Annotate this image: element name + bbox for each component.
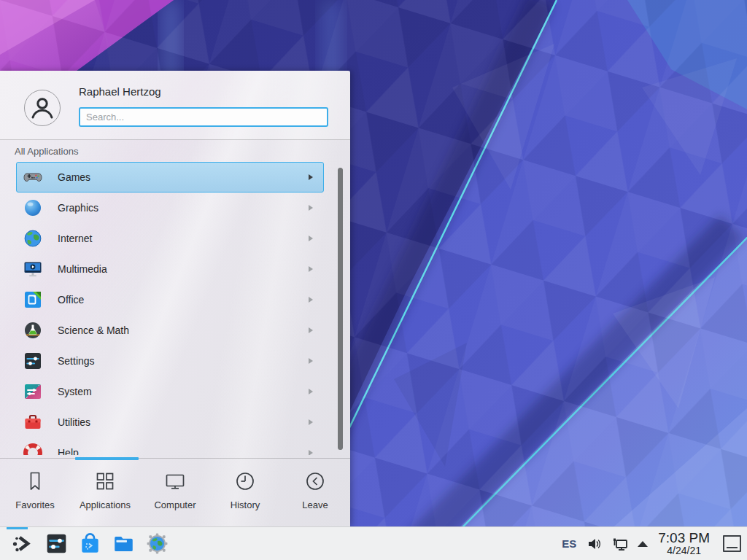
category-games[interactable]: Games	[16, 162, 324, 192]
bookmark-icon	[24, 470, 46, 492]
submenu-arrow-icon	[309, 297, 313, 303]
show-desktop-button[interactable]	[723, 535, 741, 552]
category-label: Office	[58, 294, 84, 306]
category-help[interactable]: Help	[16, 438, 324, 455]
flask-icon	[23, 321, 42, 340]
submenu-arrow-icon	[309, 358, 313, 364]
history-clock-icon	[234, 470, 256, 492]
system-settings-button[interactable]	[45, 533, 67, 555]
web-browser-button[interactable]	[146, 533, 168, 555]
submenu-arrow-icon	[309, 450, 313, 455]
discover-bag-icon	[80, 533, 101, 554]
category-label: Games	[58, 171, 90, 183]
computer-icon	[164, 470, 186, 492]
submenu-arrow-icon	[309, 266, 313, 272]
digital-clock[interactable]: 7:03 PM 4/24/21	[658, 531, 710, 556]
toolbox-icon	[23, 413, 42, 432]
section-label: All Applications	[15, 146, 78, 157]
volume-icon[interactable]	[587, 536, 603, 552]
category-settings[interactable]: Settings	[16, 346, 324, 376]
category-label: Help	[58, 447, 79, 455]
submenu-arrow-icon	[309, 205, 313, 211]
category-label: Utilities	[58, 416, 90, 428]
launcher-header: Raphael Hertzog	[0, 71, 350, 140]
submenu-arrow-icon	[309, 327, 313, 333]
category-label: Multimedia	[58, 263, 107, 275]
category-label: Internet	[58, 233, 92, 244]
submenu-arrow-icon	[309, 419, 313, 425]
kickoff-icon	[12, 533, 34, 555]
tab-computer[interactable]: Computer	[140, 459, 210, 526]
system-tray: ES 7:03 PM 4/24/21	[562, 531, 747, 556]
document-icon	[23, 290, 42, 309]
tab-label: History	[231, 499, 260, 510]
keyboard-layout-indicator[interactable]: ES	[562, 537, 576, 550]
tab-leave[interactable]: Leave	[280, 459, 350, 526]
category-utilities[interactable]: Utilities	[16, 407, 324, 438]
gamepad-icon	[23, 168, 42, 187]
category-list: Games Graphics Internet	[0, 162, 334, 455]
category-label: Graphics	[58, 202, 98, 214]
tab-label: Favorites	[15, 499, 54, 510]
sliders-icon	[23, 351, 42, 370]
category-office[interactable]: Office	[16, 284, 324, 315]
launcher-tabbar: Favorites Applications Computer	[0, 458, 350, 526]
discover-button[interactable]	[79, 533, 101, 555]
category-system[interactable]: System	[16, 376, 324, 407]
tab-label: Applications	[80, 499, 131, 510]
category-science-math[interactable]: Science & Math	[16, 315, 324, 346]
user-name: Raphael Hertzog	[79, 85, 161, 98]
globe-icon	[23, 229, 42, 248]
category-internet[interactable]: Internet	[16, 223, 324, 254]
tab-label: Computer	[154, 499, 196, 510]
tab-favorites[interactable]: Favorites	[0, 459, 70, 526]
submenu-arrow-icon	[309, 236, 313, 241]
submenu-arrow-icon	[309, 174, 313, 180]
user-avatar-icon[interactable]	[24, 90, 61, 126]
lifebuoy-icon	[23, 443, 42, 455]
category-multimedia[interactable]: Multimedia	[16, 254, 324, 284]
application-launcher: Raphael Hertzog All Applications Games	[0, 71, 350, 526]
category-graphics[interactable]: Graphics	[16, 192, 324, 223]
submenu-arrow-icon	[309, 389, 313, 394]
active-task-indicator	[7, 527, 28, 529]
category-label: Science & Math	[58, 324, 129, 336]
media-monitor-icon	[23, 260, 42, 279]
tab-label: Leave	[302, 499, 328, 510]
system-sliders-icon	[23, 382, 42, 401]
application-launcher-button[interactable]	[12, 533, 34, 555]
app-grid-icon	[94, 470, 116, 492]
taskbar: ES 7:03 PM 4/24/21	[0, 526, 747, 560]
clock-date: 4/24/21	[658, 545, 710, 556]
dolphin-button[interactable]	[112, 533, 134, 555]
folder-icon	[113, 533, 134, 554]
tray-expander-icon[interactable]	[638, 541, 648, 547]
category-label: System	[58, 386, 92, 397]
category-list-scrollbar[interactable]	[338, 168, 343, 450]
clock-time: 7:03 PM	[658, 531, 710, 545]
sphere-icon	[23, 198, 42, 217]
settings-app-icon	[46, 533, 67, 554]
leave-icon	[304, 470, 326, 492]
network-icon[interactable]	[611, 535, 629, 553]
tab-applications[interactable]: Applications	[70, 459, 140, 526]
category-label: Settings	[58, 355, 95, 367]
tab-history[interactable]: History	[210, 459, 280, 526]
globe-gear-icon	[147, 533, 168, 554]
search-input[interactable]	[79, 107, 328, 127]
